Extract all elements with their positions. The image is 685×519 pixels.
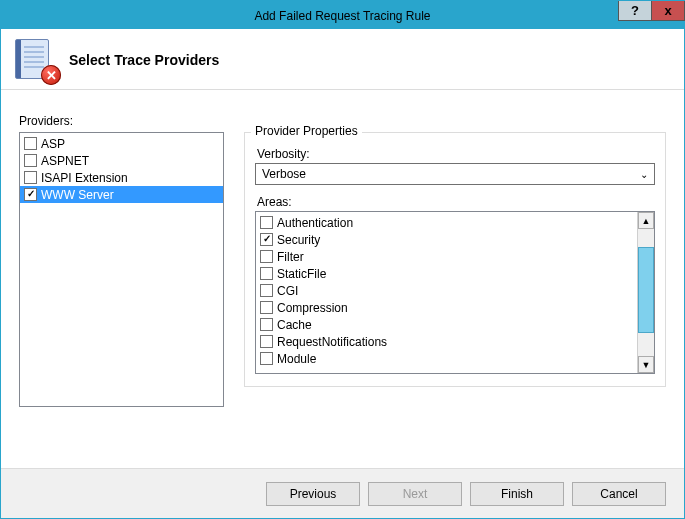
area-checkbox[interactable] [260,233,273,246]
wizard-icon: ✕ [15,39,57,81]
area-item-label: Security [277,233,320,247]
area-item[interactable]: CGI [256,282,637,299]
area-checkbox[interactable] [260,250,273,263]
finish-label: Finish [501,487,533,501]
provider-item-label: ASP [41,137,65,151]
provider-checkbox[interactable] [24,188,37,201]
areas-scrollbar[interactable]: ▲ ▼ [637,212,654,373]
provider-item[interactable]: ASPNET [20,152,223,169]
verbosity-value: Verbose [262,167,306,181]
area-item[interactable]: RequestNotifications [256,333,637,350]
area-item-label: Compression [277,301,348,315]
chevron-down-icon: ⌄ [640,169,648,180]
providers-label: Providers: [19,114,224,128]
provider-item[interactable]: WWW Server [20,186,223,203]
area-checkbox[interactable] [260,267,273,280]
area-item[interactable]: Compression [256,299,637,316]
area-item-label: Filter [277,250,304,264]
areas-list[interactable]: AuthenticationSecurityFilterStaticFileCG… [256,212,637,373]
provider-item[interactable]: ASP [20,135,223,152]
area-item-label: Module [277,352,316,366]
wizard-body: Providers: ASPASPNETISAPI ExtensionWWW S… [1,90,684,482]
window-title: Add Failed Request Tracing Rule [1,7,684,23]
area-item-label: Cache [277,318,312,332]
provider-item[interactable]: ISAPI Extension [20,169,223,186]
previous-button[interactable]: Previous [266,482,360,506]
cancel-button[interactable]: Cancel [572,482,666,506]
help-button[interactable]: ? [618,1,652,21]
provider-checkbox[interactable] [24,171,37,184]
next-button: Next [368,482,462,506]
area-checkbox[interactable] [260,216,273,229]
areas-label: Areas: [257,195,655,209]
cancel-label: Cancel [600,487,637,501]
page-title: Select Trace Providers [69,52,219,68]
scroll-thumb[interactable] [638,247,654,333]
area-checkbox[interactable] [260,352,273,365]
wizard-footer: Previous Next Finish Cancel [1,468,684,518]
next-label: Next [403,487,428,501]
area-item[interactable]: Module [256,350,637,367]
verbosity-label: Verbosity: [257,147,655,161]
area-item-label: Authentication [277,216,353,230]
provider-item-label: WWW Server [41,188,114,202]
area-item[interactable]: StaticFile [256,265,637,282]
titlebar-buttons: ? x [618,1,684,21]
scroll-down-button[interactable]: ▼ [638,356,654,373]
help-icon: ? [631,3,639,18]
area-checkbox[interactable] [260,318,273,331]
providers-column: Providers: ASPASPNETISAPI ExtensionWWW S… [19,114,224,407]
provider-checkbox[interactable] [24,137,37,150]
area-item[interactable]: Cache [256,316,637,333]
wizard-header: ✕ Select Trace Providers [1,29,684,90]
area-checkbox[interactable] [260,335,273,348]
provider-properties-group: Provider Properties Verbosity: Verbose ⌄… [244,132,666,387]
scroll-up-button[interactable]: ▲ [638,212,654,229]
area-item-label: RequestNotifications [277,335,387,349]
close-icon: x [664,3,671,18]
provider-checkbox[interactable] [24,154,37,167]
properties-column: . Provider Properties Verbosity: Verbose… [244,114,666,407]
area-checkbox[interactable] [260,301,273,314]
area-checkbox[interactable] [260,284,273,297]
titlebar[interactable]: Add Failed Request Tracing Rule ? x [1,1,684,29]
area-item-label: StaticFile [277,267,326,281]
error-badge-icon: ✕ [41,65,61,85]
verbosity-select[interactable]: Verbose ⌄ [255,163,655,185]
area-item[interactable]: Authentication [256,214,637,231]
previous-label: Previous [290,487,337,501]
area-item[interactable]: Security [256,231,637,248]
dialog-window: Add Failed Request Tracing Rule ? x ✕ Se… [0,0,685,519]
scroll-track[interactable] [638,229,654,356]
properties-legend: Provider Properties [251,124,362,138]
area-item-label: CGI [277,284,298,298]
providers-list[interactable]: ASPASPNETISAPI ExtensionWWW Server [19,132,224,407]
provider-item-label: ASPNET [41,154,89,168]
close-button[interactable]: x [651,1,685,21]
finish-button[interactable]: Finish [470,482,564,506]
area-item[interactable]: Filter [256,248,637,265]
provider-item-label: ISAPI Extension [41,171,128,185]
areas-list-wrap: AuthenticationSecurityFilterStaticFileCG… [255,211,655,374]
